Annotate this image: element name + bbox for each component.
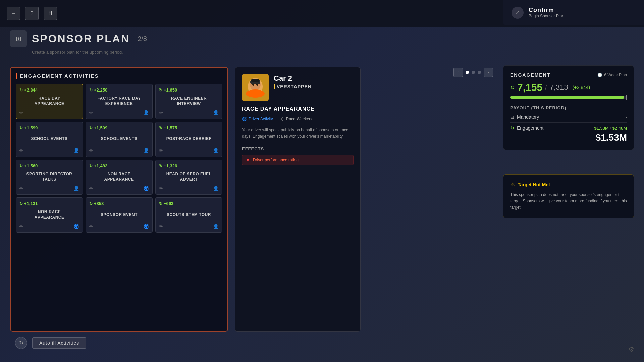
activity-name-8: NON-RACEAPPEARANCE bbox=[89, 168, 149, 186]
activity-person-icon-3: 👤 bbox=[213, 110, 219, 115]
payout-engagement-label: Engagement bbox=[517, 125, 543, 131]
activity-card-race-engineer-interview[interactable]: ↻ +1,650 RACE ENGINEERINTERVIEW ✏ 👤 bbox=[155, 84, 222, 119]
confirm-text: Confirm Begin Sponsor Plan bbox=[529, 7, 564, 18]
title-bar-accent bbox=[16, 73, 17, 79]
activity-type-icon-10: ✏ bbox=[19, 224, 23, 229]
activity-name-9: HEAD OF AERO FUELADVERT bbox=[159, 168, 219, 186]
activity-footer-11: ✏ 🌀 bbox=[89, 224, 149, 229]
score-icon-7: ↻ bbox=[19, 164, 23, 168]
payout-divider bbox=[510, 122, 627, 123]
page-header: ⊞ SPONSOR PLAN 2/8 bbox=[10, 30, 634, 47]
activity-score-1: ↻ +2,844 bbox=[19, 87, 79, 93]
prev-page-button[interactable]: ‹ bbox=[453, 68, 463, 77]
activity-card-non-race-appearance[interactable]: ↻ +1,482 NON-RACEAPPEARANCE ✏ 🌀 bbox=[86, 160, 153, 195]
page-dot-2[interactable] bbox=[472, 71, 475, 74]
svg-rect-6 bbox=[251, 79, 259, 82]
payout-big: $1.53M bbox=[510, 132, 627, 143]
hotkey-button[interactable]: H bbox=[44, 7, 57, 20]
score-value-10: +1,131 bbox=[24, 201, 38, 206]
settings-icon[interactable]: ⚙ bbox=[625, 343, 637, 355]
activity-card-non-race-appearance-2[interactable]: ↻ +1,131 NON-RACEAPPEARANCE ✏ 🌀 bbox=[16, 197, 83, 233]
engagement-current: 7,155 bbox=[517, 82, 542, 93]
autofill-area: ↻ Autofill Activities bbox=[10, 334, 228, 352]
mandatory-icon: ⊟ bbox=[510, 114, 514, 120]
tag-race: ⬡ Race Weekend bbox=[281, 117, 314, 121]
activity-person-icon-4: 👤 bbox=[73, 148, 79, 153]
score-value-6: +1,575 bbox=[164, 125, 177, 130]
score-value-3: +1,650 bbox=[164, 87, 177, 93]
activity-type-icon-3: ✏ bbox=[159, 110, 163, 115]
back-button[interactable]: ← bbox=[7, 7, 20, 20]
activity-description: Your driver will speak publicly on behal… bbox=[242, 127, 354, 140]
score-value-12: +663 bbox=[164, 201, 173, 206]
activity-footer-10: ✏ 🌀 bbox=[19, 224, 79, 229]
activity-score-6: ↻ +1,575 bbox=[159, 125, 219, 130]
confirm-panel[interactable]: ✓ Confirm Begin Sponsor Plan bbox=[503, 0, 644, 25]
engagement-separator: / bbox=[545, 84, 547, 92]
activity-score-3: ↻ +1,650 bbox=[159, 87, 219, 93]
activity-person-icon-9: 👤 bbox=[213, 186, 219, 191]
effect-label: Driver performance rating bbox=[253, 158, 299, 162]
activity-score-4: ↻ +1,599 bbox=[19, 125, 79, 130]
page-count: 2/8 bbox=[138, 35, 147, 43]
score-icon-4: ↻ bbox=[19, 126, 23, 130]
activities-panel: ENGAGEMENT ACTIVITIES ↻ +2,844 RACE DAYA… bbox=[10, 67, 228, 332]
activity-person-icon-12: 👤 bbox=[213, 224, 219, 229]
activity-card-sponsor-event[interactable]: ↻ +858 SPONSOR EVENT ✏ 🌀 bbox=[86, 197, 153, 233]
activity-score-12: ↻ +663 bbox=[159, 201, 219, 206]
activity-name-10: NON-RACEAPPEARANCE bbox=[19, 206, 79, 224]
activity-card-school-events-2[interactable]: ↻ +1,599 SCHOOL EVENTS ✏ 👤 bbox=[86, 122, 153, 157]
confirm-subtitle: Begin Sponsor Plan bbox=[529, 14, 564, 18]
activity-score-10: ↻ +1,131 bbox=[19, 201, 79, 206]
driver-avatar-svg bbox=[242, 74, 269, 101]
activity-card-post-race-debrief[interactable]: ↻ +1,575 POST-RACE DEBRIEF ✏ 👤 bbox=[155, 122, 222, 157]
next-page-button[interactable]: › bbox=[484, 68, 493, 77]
effect-item: ▼ Driver performance rating bbox=[242, 155, 354, 165]
activity-footer-2: ✏ 👤 bbox=[89, 110, 149, 115]
race-weekend-label: Race Weekend bbox=[286, 117, 314, 121]
activity-person-icon-6: 👤 bbox=[213, 148, 219, 153]
activity-score-8: ↻ +1,482 bbox=[89, 163, 149, 168]
activity-type-icon-2: ✏ bbox=[89, 110, 93, 115]
payout-amount: $1.53M / $2.48M bbox=[594, 126, 627, 131]
activity-card-factory-race-day[interactable]: ↻ +2,250 FACTORY RACE DAYEXPERIENCE ✏ 👤 bbox=[86, 84, 153, 119]
refresh-button[interactable]: ↻ bbox=[15, 337, 27, 349]
driver-name: VERSTAPPEN bbox=[277, 84, 312, 89]
score-icon-1: ↻ bbox=[19, 88, 23, 93]
car-header: Car 2 VERSTAPPEN bbox=[242, 74, 354, 101]
activity-footer-12: ✏ 👤 bbox=[159, 224, 219, 229]
page-dot-3[interactable] bbox=[478, 71, 481, 74]
score-value-8: +1,482 bbox=[94, 163, 107, 168]
engagement-panel: ENGAGEMENT 🕐 6 Week Plan ↻ 7,155 / 7,313… bbox=[503, 65, 634, 150]
score-icon-11: ↻ bbox=[89, 201, 93, 206]
activity-person-icon-5: 👤 bbox=[143, 148, 149, 153]
race-weekend-icon: ⬡ bbox=[281, 117, 284, 121]
activity-card-race-day-appearance[interactable]: ↻ +2,844 RACE DAYAPPEARANCE ✏ bbox=[16, 84, 83, 119]
help-button[interactable]: ? bbox=[25, 7, 39, 20]
activity-tags: 🌀 Driver Activity | ⬡ Race Weekend bbox=[242, 116, 354, 122]
score-icon-2: ↻ bbox=[89, 88, 93, 93]
driver-bar-accent bbox=[274, 84, 275, 89]
activities-grid: ↻ +2,844 RACE DAYAPPEARANCE ✏ ↻ +2,250 F… bbox=[16, 84, 222, 233]
warning-header: ⚠ Target Not Met bbox=[510, 181, 627, 188]
autofill-button[interactable]: Autofill Activities bbox=[32, 337, 86, 349]
activity-card-head-of-aero[interactable]: ↻ +1,326 HEAD OF AERO FUELADVERT ✏ 👤 bbox=[155, 160, 222, 195]
activity-card-scouts-stem-tour[interactable]: ↻ +663 SCOUTS STEM TOUR ✏ 👤 bbox=[155, 197, 222, 233]
warning-text: This sponsor plan does not meet your spo… bbox=[510, 192, 627, 211]
activity-card-sporting-director-talks[interactable]: ↻ +1,560 SPORTING DIRECTORTALKS ✏ 👤 bbox=[16, 160, 83, 195]
activity-card-school-events-1[interactable]: ↻ +1,599 SCHOOL EVENTS ✏ 👤 bbox=[16, 122, 83, 157]
score-icon-3: ↻ bbox=[159, 88, 162, 93]
effect-down-icon: ▼ bbox=[246, 157, 250, 163]
activity-footer-4: ✏ 👤 bbox=[19, 148, 79, 153]
page-dot-1[interactable] bbox=[466, 71, 469, 74]
activity-person-icon-2: 👤 bbox=[143, 110, 149, 115]
engagement-target-marker bbox=[626, 95, 627, 100]
activity-name-5: SCHOOL EVENTS bbox=[89, 130, 149, 148]
engagement-header: ENGAGEMENT 🕐 6 Week Plan bbox=[510, 72, 627, 78]
pagination: ‹ › bbox=[453, 68, 493, 77]
warning-icon: ⚠ bbox=[510, 181, 515, 188]
mandatory-label: Mandatory bbox=[517, 114, 539, 120]
activity-type-icon-6: ✏ bbox=[159, 148, 163, 153]
driver-avatar bbox=[242, 74, 269, 101]
payout-total-amount: $2.48M bbox=[612, 126, 627, 131]
